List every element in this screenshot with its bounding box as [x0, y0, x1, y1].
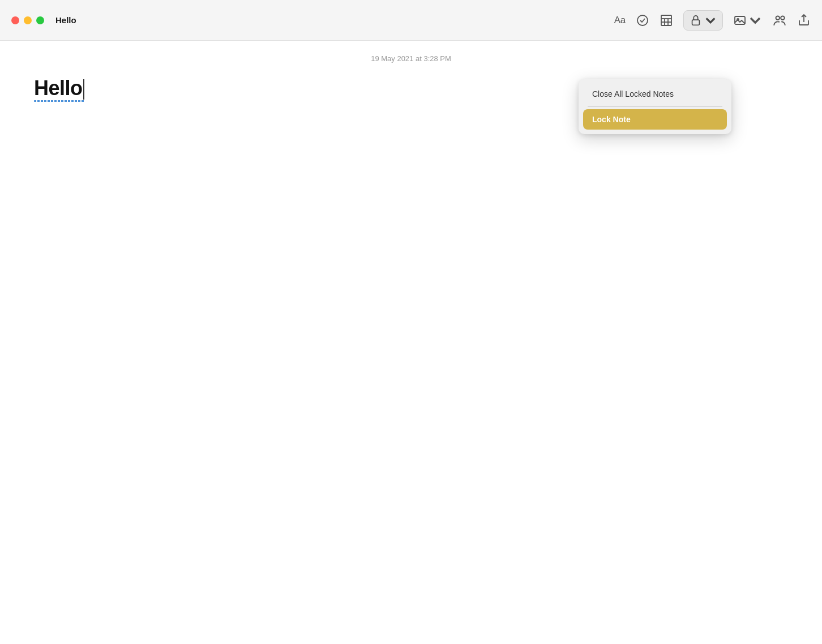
table-button[interactable]: [660, 14, 673, 27]
font-label: Aa: [614, 15, 626, 26]
collaborate-button[interactable]: [772, 13, 787, 28]
window-title: Hello: [55, 15, 76, 25]
close-all-locked-notes-item[interactable]: Close All Locked Notes: [583, 84, 727, 104]
lock-dropdown-menu: Close All Locked Notes Lock Note: [579, 79, 731, 134]
share-button[interactable]: [797, 14, 811, 27]
svg-rect-7: [735, 16, 745, 24]
share-icon: [797, 14, 811, 27]
table-icon: [660, 14, 673, 27]
note-title[interactable]: Hello: [34, 76, 84, 100]
note-area: 19 May 2021 at 3:28 PM Hello Close All L…: [0, 41, 822, 644]
svg-point-9: [776, 16, 780, 20]
toolbar-icons: Aa: [614, 10, 811, 31]
titlebar: Hello Aa: [0, 0, 822, 41]
svg-rect-6: [692, 20, 700, 25]
lock-icon: [690, 14, 702, 27]
checklist-button[interactable]: [636, 14, 649, 27]
svg-point-10: [781, 16, 785, 20]
minimize-button[interactable]: [24, 16, 32, 24]
text-cursor: [83, 79, 84, 100]
maximize-button[interactable]: [36, 16, 44, 24]
media-chevron-icon: [748, 14, 762, 27]
svg-point-0: [637, 15, 648, 25]
lock-button[interactable]: [683, 10, 723, 31]
dropdown-divider: [588, 106, 722, 107]
media-button[interactable]: [733, 14, 762, 27]
svg-rect-1: [661, 15, 671, 25]
close-button[interactable]: [11, 16, 19, 24]
media-icon: [733, 14, 747, 27]
lock-chevron-icon: [704, 14, 717, 27]
checklist-icon: [636, 14, 649, 27]
collaborate-icon: [772, 13, 787, 28]
font-size-button[interactable]: Aa: [614, 15, 626, 26]
lock-note-item[interactable]: Lock Note: [583, 109, 727, 130]
note-date: 19 May 2021 at 3:28 PM: [371, 54, 451, 63]
traffic-lights: [11, 16, 44, 24]
